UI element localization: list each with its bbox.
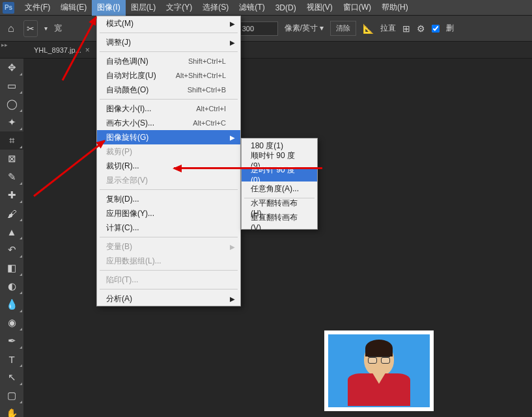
stamp-tool[interactable]: ▲ [0, 222, 23, 241]
menu-item-adjustments[interactable]: 调整(J)▶ [97, 35, 240, 49]
move-tool[interactable]: ✥ [0, 59, 23, 77]
menu-image[interactable]: 图像(I) [92, 0, 125, 16]
menu-file[interactable]: 文件(F) [20, 0, 55, 16]
menu-item-reveal-all: 显示全部(V) [97, 173, 240, 187]
straighten-icon[interactable]: 📐 [363, 23, 374, 34]
grid-icon[interactable]: ⊞ [402, 23, 410, 34]
menu-item-mode[interactable]: 模式(M)▶ [97, 16, 240, 31]
delete-label: 删 [446, 23, 454, 34]
dodge-tool[interactable]: ◉ [0, 314, 23, 332]
toolbox: ✥ ▭ ◯ ✦ ⌗ ⊠ ✎ ✚ 🖌 ▲ ↶ ◧ ◐ 💧 ◉ ✒ T ↖ ▢ ✋ … [0, 59, 23, 417]
menu-item-trim[interactable]: 裁切(R)... [97, 159, 240, 173]
straighten-label: 拉直 [380, 23, 396, 34]
menu-item-image-size[interactable]: 图像大小(I)...Alt+Ctrl+I [97, 101, 240, 116]
clear-button[interactable]: 清除 [330, 21, 356, 36]
menu-item-crop: 裁剪(P) [97, 144, 240, 159]
menu-item-apply-dataset: 应用数据组(L)... [97, 254, 240, 268]
menu-type[interactable]: 文字(Y) [161, 0, 197, 16]
menu-select[interactable]: 选择(S) [197, 0, 234, 16]
crop-tool-icon[interactable]: ✂ [23, 20, 38, 37]
healing-tool[interactable]: ✚ [0, 186, 23, 204]
marquee-tool[interactable]: ▭ [0, 77, 23, 95]
menu-filter[interactable]: 滤镜(T) [234, 0, 270, 16]
document-image[interactable] [324, 330, 434, 411]
menu-edit[interactable]: 编辑(E) [55, 0, 92, 16]
menu-item-calculations[interactable]: 计算(C)... [97, 221, 240, 235]
menu-item-flip-vertical[interactable]: 垂直翻转画布(V) [242, 215, 317, 229]
menu-item-analysis[interactable]: 分析(A)▶ [97, 291, 240, 306]
menu-item-auto-color[interactable]: 自动颜色(O)Shift+Ctrl+B [97, 83, 240, 97]
eyedropper-tool[interactable]: ✎ [0, 168, 23, 186]
hand-tool[interactable]: ✋ [0, 405, 23, 417]
menu-3d[interactable]: 3D(D) [270, 1, 301, 15]
pen-tool[interactable]: ✒ [0, 332, 23, 350]
panel-handle-icon[interactable]: ▸▸ [0, 42, 9, 51]
resolution-input[interactable] [239, 21, 278, 36]
chevron-down-icon[interactable]: ▾ [44, 25, 48, 32]
menu-layer[interactable]: 图层(L) [126, 0, 161, 16]
type-tool[interactable]: T [0, 350, 23, 368]
menu-window[interactable]: 窗口(W) [338, 0, 376, 16]
crop-tool[interactable]: ⌗ [0, 131, 23, 150]
menu-item-auto-tone[interactable]: 自动色调(N)Shift+Ctrl+L [97, 54, 240, 68]
blur-tool[interactable]: 💧 [0, 295, 23, 314]
width-label: 宽 [54, 23, 62, 34]
brush-tool[interactable]: 🖌 [0, 204, 23, 222]
frame-tool[interactable]: ⊠ [0, 150, 23, 168]
menu-item-auto-contrast[interactable]: 自动对比度(U)Alt+Shift+Ctrl+L [97, 68, 240, 83]
menu-item-rotate-ccw-90[interactable]: 逆时针 90 度(0) [242, 167, 317, 182]
unit-dropdown[interactable]: 像素/英寸 ▾ [285, 23, 324, 34]
menu-bar: Ps 文件(F) 编辑(E) 图像(I) 图层(L) 文字(Y) 选择(S) 滤… [0, 0, 532, 16]
options-bar: ⌂ ✂ ▾ 宽 米 像素/英寸 ▾ 清除 📐 拉直 ⊞ ⚙ 删 [0, 16, 532, 42]
home-icon[interactable]: ⌂ [5, 20, 17, 37]
path-tool[interactable]: ↖ [0, 368, 23, 386]
image-rotation-submenu: 180 度(1) 顺时针 90 度(9) 逆时针 90 度(0) 任意角度(A)… [241, 138, 318, 230]
menu-item-trap: 陷印(T)... [97, 273, 240, 287]
menu-item-rotate-arbitrary[interactable]: 任意角度(A)... [242, 182, 317, 196]
annotation-arrow [174, 167, 322, 169]
shape-tool[interactable]: ▢ [0, 386, 23, 405]
eraser-tool[interactable]: ◧ [0, 259, 23, 277]
image-menu-dropdown: 模式(M)▶ 调整(J)▶ 自动色调(N)Shift+Ctrl+L 自动对比度(… [96, 16, 241, 306]
menu-help[interactable]: 帮助(H) [376, 0, 413, 16]
gear-icon[interactable]: ⚙ [417, 23, 425, 34]
menu-item-duplicate[interactable]: 复制(D)... [97, 192, 240, 206]
history-brush-tool[interactable]: ↶ [0, 241, 23, 259]
menu-item-image-rotation[interactable]: 图像旋转(G)▶ [97, 130, 240, 144]
menu-item-canvas-size[interactable]: 画布大小(S)...Alt+Ctrl+C [97, 116, 240, 130]
menu-view[interactable]: 视图(V) [301, 0, 338, 16]
menu-item-variables: 变量(B)▶ [97, 239, 240, 254]
document-tab[interactable]: YHL_8937.jp... × [29, 43, 95, 57]
menu-item-apply-image[interactable]: 应用图像(Y)... [97, 206, 240, 221]
close-icon[interactable]: × [85, 46, 90, 55]
tab-title: YHL_8937.jp... [34, 46, 81, 54]
delete-checkbox[interactable] [432, 25, 440, 33]
wand-tool[interactable]: ✦ [0, 113, 23, 131]
lasso-tool[interactable]: ◯ [0, 95, 23, 113]
app-logo: Ps [3, 2, 14, 14]
gradient-tool[interactable]: ◐ [0, 277, 23, 295]
